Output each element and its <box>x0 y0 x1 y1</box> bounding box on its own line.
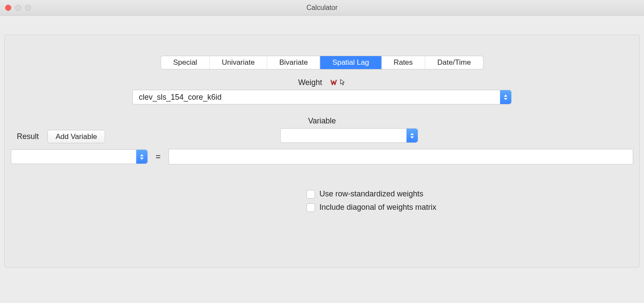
result-select[interactable] <box>11 149 148 164</box>
tab-spatial-lag[interactable]: Spatial Lag <box>320 56 381 69</box>
window-titlebar: Calculator <box>0 0 644 16</box>
result-label: Result <box>17 132 39 141</box>
weight-select-value: clev_sls_154_core_k6id <box>139 93 222 102</box>
row-standardized-label: Use row-standardized weights <box>319 189 423 199</box>
window-content: Special Univariate Bivariate Spatial Lag… <box>0 35 644 303</box>
traffic-lights <box>0 5 31 11</box>
cursor-icon <box>340 79 346 87</box>
weight-label-row: Weight <box>13 78 631 87</box>
formula-row: = <box>11 149 633 164</box>
variable-label-row: Variable <box>13 117 631 126</box>
variable-select-wrap <box>66 128 631 143</box>
close-window-button[interactable] <box>5 5 11 11</box>
include-diagonal-checkbox[interactable] <box>306 203 315 212</box>
include-diagonal-label: Include diagonal of weights matrix <box>319 203 436 212</box>
main-panel: Weight clev_sls_154_core_k6id <box>4 35 640 268</box>
add-variable-button[interactable]: Add Variable <box>47 130 105 143</box>
stepper-icon <box>136 150 147 164</box>
window-title: Calculator <box>306 4 338 12</box>
tab-rates[interactable]: Rates <box>381 56 425 69</box>
result-row: Result Add Variable <box>17 130 105 143</box>
row-standardized-checkbox[interactable] <box>306 190 315 199</box>
checkbox-row-diag: Include diagonal of weights matrix <box>306 203 436 212</box>
panel-inner: Weight clev_sls_154_core_k6id <box>5 35 639 267</box>
zoom-window-button[interactable] <box>25 5 31 11</box>
equals-sign: = <box>156 152 161 162</box>
tab-bivariate[interactable]: Bivariate <box>267 56 320 69</box>
tab-date-time[interactable]: Date/Time <box>425 56 483 69</box>
tab-bar: Special Univariate Bivariate Spatial Lag… <box>161 56 483 69</box>
checkbox-row-rowstd: Use row-standardized weights <box>306 189 436 199</box>
stepper-icon <box>500 90 511 104</box>
minimize-window-button[interactable] <box>15 5 21 11</box>
weights-manager-icon[interactable] <box>331 79 346 87</box>
weight-select-wrap: clev_sls_154_core_k6id <box>13 90 631 104</box>
variable-select[interactable] <box>280 128 418 143</box>
weight-label: Weight <box>298 78 322 87</box>
stepper-icon <box>406 129 418 142</box>
tab-special[interactable]: Special <box>161 56 210 69</box>
variable-label: Variable <box>308 117 336 126</box>
checkbox-group: Use row-standardized weights Include dia… <box>306 189 436 212</box>
formula-input[interactable] <box>169 149 633 164</box>
weight-select[interactable]: clev_sls_154_core_k6id <box>132 90 512 104</box>
tab-univariate[interactable]: Univariate <box>209 56 267 69</box>
